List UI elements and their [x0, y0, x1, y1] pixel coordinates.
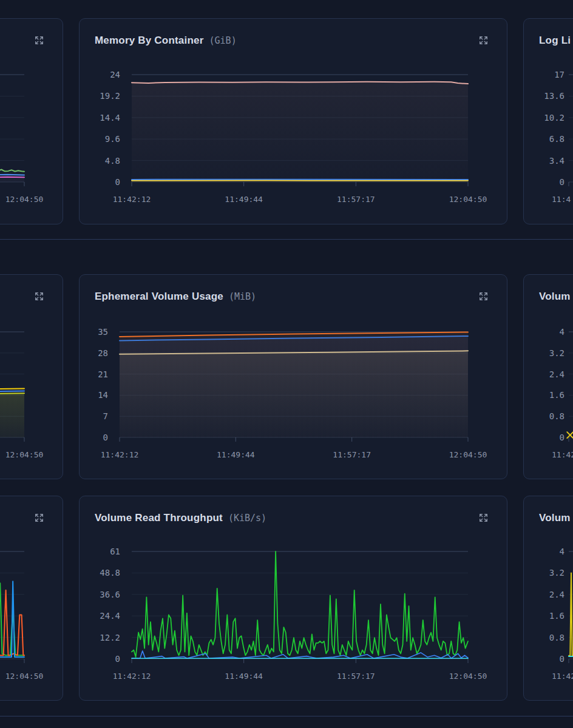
- panel-title: Volum: [539, 291, 571, 303]
- section-divider-top: [0, 239, 573, 240]
- svg-text:0: 0: [560, 177, 565, 187]
- expand-icon[interactable]: [35, 513, 44, 522]
- svg-text:11:42:12: 11:42:12: [101, 450, 139, 459]
- panel-ephemeral-volume-usage: 352821147011:42:1211:49:4411:57:1712:04:…: [79, 274, 507, 479]
- expand-icon[interactable]: [479, 36, 488, 45]
- svg-text:14: 14: [98, 390, 108, 400]
- svg-text:9.6: 9.6: [105, 134, 120, 144]
- expand-icon[interactable]: [35, 292, 44, 301]
- panel-title: Ephemeral Volume Usage: [95, 291, 223, 303]
- chart-volume-row3[interactable]: 43.22.41.60.8011:42: [524, 496, 573, 700]
- svg-text:0: 0: [103, 433, 108, 442]
- svg-text:0: 0: [560, 433, 565, 442]
- svg-text:10.2: 10.2: [544, 113, 565, 123]
- section-divider-bottom: [0, 716, 573, 716]
- svg-text:13.6: 13.6: [544, 91, 565, 101]
- svg-text:6.8: 6.8: [549, 134, 565, 144]
- svg-text:24.4: 24.4: [100, 611, 120, 621]
- svg-text:11:57:17: 11:57:17: [333, 450, 371, 459]
- svg-text:11:49:44: 11:49:44: [217, 450, 255, 459]
- svg-text:1.6: 1.6: [549, 611, 565, 621]
- svg-text:11:49:44: 11:49:44: [225, 672, 263, 681]
- svg-text:3.4: 3.4: [549, 156, 565, 166]
- svg-text:35: 35: [98, 327, 108, 337]
- svg-text:0: 0: [115, 654, 120, 664]
- panel-header: Memory By Container (GiB): [95, 35, 473, 48]
- chart-volume-read-throughput[interactable]: 6148.836.624.412.2011:42:1211:49:4411:57…: [80, 496, 507, 700]
- expand-icon[interactable]: [35, 36, 44, 45]
- panel-unit: (KiB/s): [228, 513, 266, 524]
- svg-text:48.8: 48.8: [100, 568, 120, 578]
- chart-memory-by-container[interactable]: 2419.214.49.64.8011:42:1211:49:4411:57:1…: [80, 19, 507, 224]
- panel-log-partial: 1713.610.26.83.4011:4 Log Li: [523, 18, 573, 224]
- svg-text:11:42:12: 11:42:12: [113, 672, 151, 681]
- panel-title: Log Li: [539, 35, 571, 47]
- svg-text:3.2: 3.2: [549, 568, 565, 578]
- svg-text:3.2: 3.2: [549, 348, 565, 358]
- panel-volume-row2-partial: 43.22.41.60.8011:42 Volum: [523, 274, 573, 479]
- dashboard: { "theme": { "page_bg": "#121827", "pane…: [0, 0, 573, 728]
- svg-text:12:04:50: 12:04:50: [449, 450, 487, 459]
- expand-icon[interactable]: [479, 513, 488, 522]
- chart-row1-left[interactable]: 12:04:50: [0, 19, 63, 224]
- svg-text:28: 28: [98, 348, 108, 358]
- svg-text:0.8: 0.8: [549, 411, 565, 421]
- svg-text:4: 4: [560, 547, 565, 556]
- svg-text:4.8: 4.8: [105, 156, 120, 166]
- svg-text:12:04:50: 12:04:50: [449, 672, 487, 681]
- panel-header: Ephemeral Volume Usage (MiB): [95, 291, 473, 304]
- panel-header: Volum: [539, 291, 573, 304]
- panel-header: [0, 35, 29, 48]
- panel-unit: (GiB): [209, 35, 237, 46]
- chart-volume-row2[interactable]: 43.22.41.60.8011:42: [524, 275, 573, 479]
- svg-text:61: 61: [110, 547, 120, 556]
- svg-text:17: 17: [554, 70, 565, 79]
- svg-text:4: 4: [560, 327, 565, 337]
- chart-row2-left[interactable]: 12:04:50: [0, 275, 63, 479]
- panel-row2-left-partial: 12:04:50: [0, 274, 63, 479]
- svg-text:14.4: 14.4: [100, 113, 120, 123]
- panel-title: Volum: [539, 512, 571, 524]
- panel-memory-by-container: 2419.214.49.64.8011:42:1211:49:4411:57:1…: [79, 18, 507, 224]
- expand-icon[interactable]: [479, 292, 488, 301]
- svg-text:0.8: 0.8: [549, 633, 565, 642]
- svg-text:12:04:50: 12:04:50: [5, 450, 44, 459]
- panel-title: Volume Read Throughput: [95, 512, 223, 524]
- chart-ephemeral-volume-usage[interactable]: 352821147011:42:1211:49:4411:57:1712:04:…: [80, 275, 507, 479]
- panel-row1-left-partial: 12:04:50: [0, 18, 63, 224]
- svg-text:12:04:50: 12:04:50: [5, 195, 44, 204]
- svg-text:11:57:17: 11:57:17: [337, 672, 375, 681]
- panel-header: Volume Read Throughput (KiB/s): [95, 512, 473, 525]
- svg-text:24: 24: [110, 70, 120, 79]
- panel-header: Volum: [539, 512, 573, 525]
- svg-text:36.6: 36.6: [100, 590, 120, 599]
- panel-header: Log Li: [539, 35, 573, 48]
- svg-text:11:42: 11:42: [552, 672, 573, 681]
- panel-volume-row3-partial: 43.22.41.60.8011:42 Volum: [523, 496, 573, 701]
- panel-header: [0, 512, 29, 525]
- svg-text:11:4: 11:4: [552, 195, 571, 204]
- svg-text:11:42: 11:42: [552, 450, 573, 459]
- svg-text:12:04:50: 12:04:50: [5, 672, 44, 681]
- svg-text:1.6: 1.6: [549, 390, 565, 400]
- svg-text:0: 0: [115, 177, 120, 187]
- svg-text:7: 7: [103, 411, 108, 421]
- panel-unit: (MiB): [229, 291, 256, 302]
- svg-text:11:49:44: 11:49:44: [225, 195, 263, 204]
- panel-volume-read-throughput: 6148.836.624.412.2011:42:1211:49:4411:57…: [79, 496, 507, 701]
- svg-text:12.2: 12.2: [100, 633, 120, 642]
- svg-text:21: 21: [98, 369, 108, 379]
- svg-text:2.4: 2.4: [549, 590, 565, 599]
- svg-text:12:04:50: 12:04:50: [449, 195, 487, 204]
- chart-row3-left[interactable]: 12:04:50: [0, 496, 63, 700]
- svg-text:19.2: 19.2: [100, 91, 120, 101]
- panel-row3-left-partial: 12:04:50: [0, 496, 63, 701]
- svg-text:2.4: 2.4: [549, 369, 565, 379]
- svg-text:11:42:12: 11:42:12: [113, 195, 151, 204]
- svg-text:11:57:17: 11:57:17: [337, 195, 375, 204]
- panel-title: Memory By Container: [95, 35, 204, 47]
- svg-text:0: 0: [560, 654, 565, 664]
- panel-header: [0, 291, 29, 304]
- chart-log[interactable]: 1713.610.26.83.4011:4: [524, 19, 573, 224]
